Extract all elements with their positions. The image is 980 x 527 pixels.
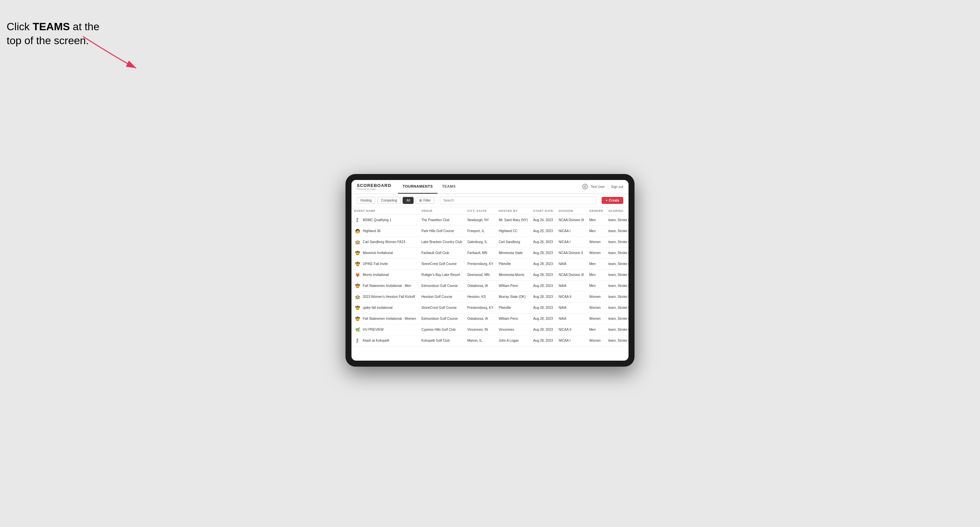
cell-scoring: team, Stroke Play — [606, 291, 628, 302]
team-icon: 🤠 — [354, 305, 361, 311]
nav-separator: | — [608, 185, 609, 189]
cell-gender: Men — [587, 258, 606, 269]
cell-date: Aug 26, 2023 — [531, 237, 556, 248]
cell-city: Prestonsburg, KY — [465, 258, 496, 269]
cell-city: Newburgh, NY — [465, 214, 496, 225]
event-name-text: UPIKE Fall Invite — [363, 262, 388, 266]
col-hosted: HOSTED BY — [496, 207, 531, 215]
table-row: 🏌 MSMC Qualifying 1 The Powelton Club Ne… — [352, 214, 628, 225]
hosting-button[interactable]: Hosting — [357, 197, 375, 204]
event-name-text: Morris Invitational — [363, 273, 389, 276]
table-row: 🧑 Highland 36 Park Hills Golf Course Fre… — [352, 225, 628, 237]
cell-date: Aug 28, 2023 — [531, 335, 556, 346]
cell-date: Aug 28, 2023 — [531, 269, 556, 280]
cell-event-name: 🏫 2023 Women's Hesston Fall Kickoff — [352, 291, 418, 302]
cell-city: Deerwood, MN — [465, 269, 496, 280]
all-button[interactable]: All — [402, 197, 414, 204]
toolbar: Hosting Competing All ⊞ Filter + Create — [352, 194, 628, 207]
team-icon: 🤠 — [354, 316, 361, 322]
svg-point-1 — [584, 186, 586, 187]
cell-event-name: 🤠 Fall Statesmen Invitational - Women — [352, 313, 418, 324]
filter-label: Filter — [423, 198, 431, 202]
cell-hosted: Carl Sandburg — [496, 237, 531, 248]
tournaments-table: EVENT NAME VENUE CITY, STATE HOSTED BY S… — [352, 207, 628, 346]
logo-area: SCOREBOARD Powered by clippit — [357, 183, 391, 190]
cell-scoring: team, Stroke Play — [606, 280, 628, 291]
col-gender: GENDER — [587, 207, 606, 215]
cell-hosted: Minnesota-Morris — [496, 269, 531, 280]
cell-scoring: team, Stroke Play — [606, 302, 628, 313]
settings-icon[interactable] — [582, 184, 588, 190]
team-icon: 🤠 — [354, 261, 361, 267]
nav-tab-teams[interactable]: TEAMS — [438, 180, 460, 194]
cell-date: Aug 28, 2023 — [531, 258, 556, 269]
event-name-text: upike fall invitational — [363, 306, 393, 310]
table-container: EVENT NAME VENUE CITY, STATE HOSTED BY S… — [352, 207, 628, 360]
cell-scoring: team, Stroke Play — [606, 324, 628, 335]
event-name-text: Maverick Invitational — [363, 251, 393, 255]
cell-scoring: team, Stroke Play — [606, 258, 628, 269]
event-name-text: Fall Statesmen Invitational - Men — [363, 284, 411, 287]
col-city: CITY, STATE — [465, 207, 496, 215]
cell-division: NAIA — [556, 313, 587, 324]
cell-city: Marion, IL — [465, 335, 496, 346]
table-row: 🤠 Fall Statesmen Invitational - Men Edmu… — [352, 280, 628, 291]
tablet-frame: SCOREBOARD Powered by clippit TOURNAMENT… — [345, 174, 635, 367]
cell-gender: Men — [587, 214, 606, 225]
team-icon: 🤠 — [354, 250, 361, 256]
cell-gender: Women — [587, 335, 606, 346]
cell-division: NICAA I — [556, 237, 587, 248]
cell-gender: Men — [587, 324, 606, 335]
team-icon: 🌿 — [354, 326, 361, 333]
cell-gender: Women — [587, 302, 606, 313]
filter-button[interactable]: ⊞ Filter — [415, 197, 434, 204]
table-row: 🦊 Morris Invitational Ruttger's Bay Lake… — [352, 269, 628, 280]
cell-gender: Men — [587, 280, 606, 291]
cell-gender: Women — [587, 313, 606, 324]
cell-event-name: 🏌 Klash at Kokopelli — [352, 335, 418, 346]
search-input[interactable] — [440, 197, 596, 204]
team-icon: 🏌 — [354, 337, 361, 344]
cell-venue: Hesston Golf Course — [418, 291, 465, 302]
cell-event-name: 🤠 Fall Statesmen Invitational - Men — [352, 280, 418, 291]
table-header: EVENT NAME VENUE CITY, STATE HOSTED BY S… — [352, 207, 628, 215]
cell-division: NCAA Division II — [556, 248, 587, 258]
team-icon: 🏌 — [354, 217, 361, 224]
cell-hosted: Pikeville — [496, 258, 531, 269]
col-date: START DATE — [531, 207, 556, 215]
col-event-name: EVENT NAME — [352, 207, 418, 215]
cell-gender: Men — [587, 269, 606, 280]
cell-event-name: 🏫 Carl Sandburg Women FA23 — [352, 237, 418, 248]
table-body: 🏌 MSMC Qualifying 1 The Powelton Club Ne… — [352, 214, 628, 346]
cell-scoring: team, Stroke Play — [606, 313, 628, 324]
event-name-text: 2023 Women's Hesston Fall Kickoff — [363, 295, 415, 298]
cell-scoring: team, Stroke Play — [606, 248, 628, 258]
cell-division: NAIA — [556, 258, 587, 269]
nav-tab-tournaments[interactable]: TOURNAMENTS — [398, 180, 438, 194]
nav-right: Test User | Sign out — [582, 184, 623, 190]
event-name-text: VU PREVIEW — [363, 328, 384, 332]
cell-venue: StoneCrest Golf Course — [418, 258, 465, 269]
cell-hosted: William Penn — [496, 313, 531, 324]
competing-button[interactable]: Competing — [377, 197, 401, 204]
sign-out-link[interactable]: Sign out — [611, 185, 623, 189]
nav-tabs: TOURNAMENTS TEAMS — [398, 180, 582, 194]
table-row: 🤠 Fall Statesmen Invitational - Women Ed… — [352, 313, 628, 324]
table-row: 🏫 2023 Women's Hesston Fall Kickoff Hess… — [352, 291, 628, 302]
arrow-annotation — [80, 33, 146, 73]
cell-division: NICAA II — [556, 324, 587, 335]
cell-city: Oskaloosa, IA — [465, 313, 496, 324]
cell-city: Vincennes, IN — [465, 324, 496, 335]
search-box — [440, 197, 596, 204]
event-name-text: Carl Sandburg Women FA23 — [363, 240, 405, 244]
cell-division: NAIA — [556, 302, 587, 313]
user-name: Test User — [591, 185, 605, 189]
cell-date: Aug 28, 2023 — [531, 248, 556, 258]
tablet-screen: SCOREBOARD Powered by clippit TOURNAMENT… — [352, 180, 628, 360]
create-label: Create — [609, 198, 619, 202]
nav-bar: SCOREBOARD Powered by clippit TOURNAMENT… — [352, 180, 628, 194]
create-button[interactable]: + Create — [601, 197, 623, 204]
create-plus-icon: + — [606, 198, 608, 202]
cell-hosted: Mt. Saint Mary (NY) — [496, 214, 531, 225]
cell-division: NICAA II — [556, 291, 587, 302]
